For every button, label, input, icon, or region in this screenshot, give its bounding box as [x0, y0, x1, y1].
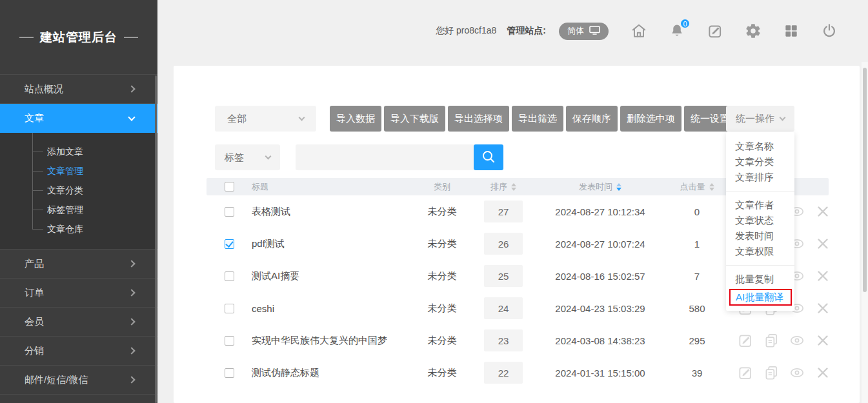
power-icon[interactable] [821, 23, 838, 39]
delete-icon[interactable] [814, 332, 831, 349]
order-value[interactable]: 22 [484, 362, 523, 384]
row-checkbox[interactable] [225, 271, 234, 281]
sidebar-item-bottom-2[interactable]: 订单 [0, 279, 157, 308]
menu-item[interactable]: 文章作者 [726, 197, 794, 213]
row-checkbox[interactable] [225, 336, 234, 346]
toolbar-button-5[interactable]: 保存顺序 [566, 106, 618, 132]
toolbar-button-1[interactable]: 导入数据 [330, 106, 381, 132]
row-checkbox[interactable] [225, 207, 234, 217]
menu-item[interactable]: 文章状态 [726, 213, 794, 228]
menu-item[interactable]: 发表时间 [726, 228, 794, 244]
edit-icon[interactable] [737, 332, 754, 349]
view-icon[interactable] [789, 332, 805, 349]
sidebar-item-label: 会员 [25, 316, 44, 328]
order-value[interactable]: 24 [484, 297, 523, 319]
menu-item-ai-batch-translate[interactable]: AI批量翻译 [729, 289, 792, 306]
delete-icon[interactable] [814, 364, 831, 381]
menu-item[interactable]: 批量复制 [726, 271, 794, 287]
delete-icon[interactable] [814, 300, 831, 317]
delete-icon[interactable] [814, 235, 831, 252]
row-actions [729, 332, 831, 349]
menu-item[interactable]: 文章权限 [726, 244, 794, 259]
apps-icon[interactable] [783, 23, 800, 39]
menu-item[interactable]: 文章名称 [726, 139, 794, 154]
sidebar-item-bottom-4[interactable]: 分销 [0, 337, 157, 366]
toolbar-button-2[interactable]: 导入下载版 [384, 106, 445, 132]
sidebar-item-bottom-5[interactable]: 邮件/短信/微信 [0, 366, 157, 395]
toolbar-row: 全部 导入数据导入下载版导出选择项导出筛选保存顺序删除选中项统一设置SEO [215, 106, 756, 132]
select-all-checkbox[interactable] [225, 182, 234, 192]
sidebar-subitem-1[interactable]: 添加文章 [0, 142, 157, 161]
order-value[interactable]: 27 [484, 201, 523, 222]
sidebar-item-label: 订单 [25, 287, 44, 299]
article-title: 测试AI摘要 [239, 270, 413, 282]
article-category: 未分类 [413, 270, 471, 282]
delete-icon[interactable] [814, 203, 831, 220]
scrollbar-thumb[interactable] [863, 68, 867, 292]
row-checkbox[interactable] [225, 239, 234, 249]
article-title: pdf测试 [239, 238, 413, 250]
sidebar-item-label: 产品 [25, 258, 44, 270]
sidebar-subitem-3[interactable]: 文章分类 [0, 181, 157, 200]
menu-item[interactable]: 文章排序 [726, 170, 794, 185]
search-input[interactable] [296, 144, 474, 170]
chevron-right-icon [128, 85, 135, 92]
column-header-order[interactable]: 排序 [471, 181, 536, 193]
row-checkbox-cell [207, 271, 239, 281]
order-value[interactable]: 25 [484, 265, 523, 287]
language-switch-button[interactable]: 简体 [559, 23, 609, 40]
sidebar-item-article[interactable]: 文章 [0, 104, 157, 133]
column-header-publish-time-label: 发表时间 [579, 181, 612, 193]
sidebar-subitem-4[interactable]: 标签管理 [0, 200, 157, 219]
sidebar-item-bottom-1[interactable]: 产品 [0, 250, 157, 279]
sidebar-subitem-2[interactable]: 文章管理 [0, 161, 157, 181]
toolbar-button-6[interactable]: 删除选中项 [620, 106, 681, 132]
article-category: 未分类 [413, 335, 471, 347]
row-checkbox[interactable] [225, 368, 234, 378]
click-count: 7 [665, 271, 729, 282]
monitor-icon [589, 26, 600, 37]
delete-icon[interactable] [814, 268, 831, 284]
sidebar-scrollbar[interactable] [155, 75, 157, 403]
copy-icon[interactable] [763, 332, 780, 349]
toolbar-button-3[interactable]: 导出选择项 [448, 106, 509, 132]
sidebar-item-bottom-3[interactable]: 会员 [0, 308, 157, 337]
app-title: 建站管理后台 [0, 0, 157, 75]
search-icon [481, 149, 496, 166]
title-dash-right [124, 37, 138, 38]
edit-icon[interactable] [707, 23, 723, 39]
article-category: 未分类 [413, 302, 471, 315]
sidebar-subitem-5[interactable]: 文章仓库 [0, 219, 157, 239]
search-button[interactable] [474, 144, 503, 170]
unified-action-button[interactable]: 统一操作 [726, 106, 794, 132]
home-icon[interactable] [631, 23, 647, 39]
tag-filter-select[interactable]: 标签 [215, 144, 280, 170]
article-title: ceshi [239, 303, 413, 314]
page-scrollbar[interactable] [862, 62, 868, 403]
category-filter-select[interactable]: 全部 [215, 106, 316, 132]
order-value[interactable]: 23 [484, 329, 523, 351]
edit-icon[interactable] [737, 364, 754, 381]
sort-icon[interactable] [709, 183, 714, 191]
settings-icon[interactable] [745, 23, 762, 39]
sidebar-item-site-overview[interactable]: 站点概况 [0, 75, 157, 104]
menu-group-2: 文章作者文章状态发表时间文章权限 [726, 191, 794, 259]
sort-icon-active[interactable] [616, 183, 621, 191]
order-value[interactable]: 26 [484, 233, 523, 255]
column-header-clicks[interactable]: 点击量 [665, 181, 729, 193]
column-header-title: 标题 [239, 181, 413, 193]
column-header-publish-time[interactable]: 发表时间 [536, 181, 665, 193]
chevron-right-icon [128, 318, 135, 325]
sort-icon[interactable] [511, 183, 516, 191]
article-category: 未分类 [413, 206, 471, 218]
copy-icon[interactable] [763, 364, 780, 381]
article-order-cell: 22 [471, 362, 536, 384]
toolbar-button-4[interactable]: 导出筛选 [512, 106, 563, 132]
row-checkbox[interactable] [225, 304, 234, 313]
article-order-cell: 23 [471, 329, 536, 351]
article-title: 表格测试 [239, 206, 413, 218]
content-card: 全部 导入数据导入下载版导出选择项导出筛选保存顺序删除选中项统一设置SEO 统一… [174, 66, 860, 403]
bell-icon[interactable]: 0 [669, 23, 685, 39]
view-icon[interactable] [789, 364, 805, 381]
menu-item[interactable]: 文章分类 [726, 154, 794, 170]
